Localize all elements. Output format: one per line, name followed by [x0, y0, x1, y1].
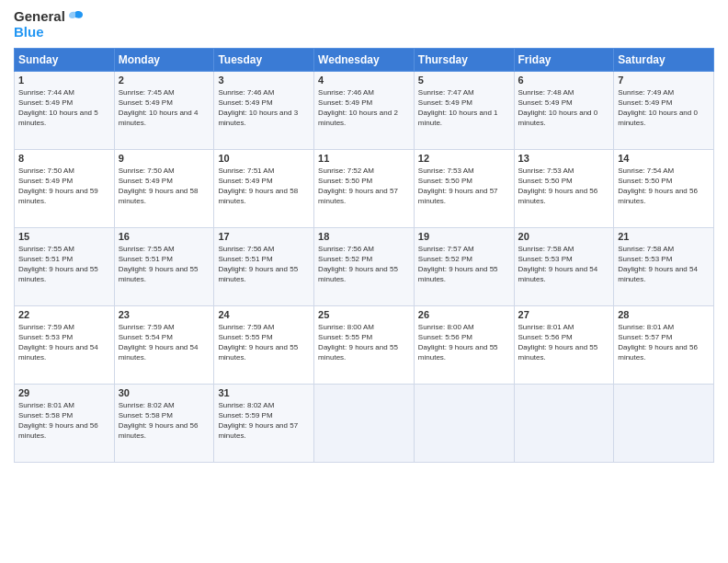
day-info: Sunrise: 7:58 AMSunset: 5:53 PMDaylight:…	[618, 245, 698, 284]
day-number: 18	[318, 231, 410, 242]
day-number: 19	[418, 231, 510, 242]
weekday-header: Friday	[514, 48, 614, 71]
calendar-cell: 5 Sunrise: 7:47 AMSunset: 5:49 PMDayligh…	[414, 71, 514, 149]
calendar-cell: 7 Sunrise: 7:49 AMSunset: 5:49 PMDayligh…	[614, 71, 714, 149]
calendar-cell: 19 Sunrise: 7:57 AMSunset: 5:52 PMDaylig…	[414, 227, 514, 305]
calendar-cell: 24 Sunrise: 7:59 AMSunset: 5:55 PMDaylig…	[214, 305, 314, 384]
day-info: Sunrise: 7:55 AMSunset: 5:51 PMDaylight:…	[18, 245, 98, 284]
weekday-header: Sunday	[15, 48, 115, 71]
day-info: Sunrise: 7:51 AMSunset: 5:49 PMDaylight:…	[218, 167, 298, 206]
calendar-cell: 14 Sunrise: 7:54 AMSunset: 5:50 PMDaylig…	[614, 149, 714, 227]
day-number: 1	[18, 75, 110, 86]
calendar-cell: 10 Sunrise: 7:51 AMSunset: 5:49 PMDaylig…	[214, 149, 314, 227]
calendar-cell: 31 Sunrise: 8:02 AMSunset: 5:59 PMDaylig…	[214, 384, 314, 462]
day-info: Sunrise: 8:00 AMSunset: 5:55 PMDaylight:…	[318, 323, 398, 362]
day-info: Sunrise: 7:49 AMSunset: 5:49 PMDaylight:…	[618, 88, 698, 128]
calendar-cell: 30 Sunrise: 8:02 AMSunset: 5:58 PMDaylig…	[114, 384, 214, 462]
day-number: 15	[18, 231, 110, 242]
day-info: Sunrise: 7:53 AMSunset: 5:50 PMDaylight:…	[418, 167, 498, 206]
day-number: 3	[218, 75, 310, 86]
day-number: 10	[218, 153, 310, 164]
calendar-cell	[514, 384, 614, 462]
day-number: 25	[318, 309, 410, 320]
calendar-cell: 1 Sunrise: 7:44 AMSunset: 5:49 PMDayligh…	[15, 71, 115, 149]
day-info: Sunrise: 7:56 AMSunset: 5:52 PMDaylight:…	[318, 245, 398, 284]
day-number: 27	[518, 309, 610, 320]
day-info: Sunrise: 7:53 AMSunset: 5:50 PMDaylight:…	[518, 167, 598, 206]
calendar-week-row: 8 Sunrise: 7:50 AMSunset: 5:49 PMDayligh…	[15, 149, 714, 227]
logo-bird-icon	[67, 10, 84, 25]
day-number: 8	[18, 153, 110, 164]
day-info: Sunrise: 7:59 AMSunset: 5:53 PMDaylight:…	[18, 323, 98, 362]
calendar-cell: 13 Sunrise: 7:53 AMSunset: 5:50 PMDaylig…	[514, 149, 614, 227]
calendar-week-row: 29 Sunrise: 8:01 AMSunset: 5:58 PMDaylig…	[15, 384, 714, 462]
calendar-week-row: 1 Sunrise: 7:44 AMSunset: 5:49 PMDayligh…	[15, 71, 714, 149]
day-number: 30	[119, 387, 210, 398]
calendar-week-row: 15 Sunrise: 7:55 AMSunset: 5:51 PMDaylig…	[15, 227, 714, 305]
calendar-cell: 21 Sunrise: 7:58 AMSunset: 5:53 PMDaylig…	[614, 227, 714, 305]
day-info: Sunrise: 7:47 AMSunset: 5:49 PMDaylight:…	[418, 88, 498, 128]
calendar-header: SundayMondayTuesdayWednesdayThursdayFrid…	[15, 48, 714, 71]
logo-general: General	[14, 9, 84, 25]
calendar-cell: 17 Sunrise: 7:56 AMSunset: 5:51 PMDaylig…	[214, 227, 314, 305]
calendar-cell: 9 Sunrise: 7:50 AMSunset: 5:49 PMDayligh…	[114, 149, 214, 227]
calendar-cell	[614, 384, 714, 462]
weekday-header: Saturday	[614, 48, 714, 71]
day-info: Sunrise: 7:45 AMSunset: 5:49 PMDaylight:…	[119, 88, 199, 128]
calendar-body: 1 Sunrise: 7:44 AMSunset: 5:49 PMDayligh…	[15, 71, 714, 462]
weekday-row: SundayMondayTuesdayWednesdayThursdayFrid…	[15, 48, 714, 71]
day-number: 5	[418, 75, 510, 86]
calendar-cell: 29 Sunrise: 8:01 AMSunset: 5:58 PMDaylig…	[15, 384, 115, 462]
calendar-week-row: 22 Sunrise: 7:59 AMSunset: 5:53 PMDaylig…	[15, 305, 714, 384]
day-number: 6	[518, 75, 610, 86]
day-info: Sunrise: 7:48 AMSunset: 5:49 PMDaylight:…	[518, 88, 598, 128]
day-info: Sunrise: 7:46 AMSunset: 5:49 PMDaylight:…	[318, 88, 398, 128]
day-number: 12	[418, 153, 510, 164]
day-info: Sunrise: 8:02 AMSunset: 5:58 PMDaylight:…	[119, 401, 199, 441]
day-number: 28	[618, 309, 710, 320]
day-number: 31	[218, 387, 310, 398]
day-number: 23	[119, 309, 210, 320]
calendar-page: General Blue SundayMondayTuesdayWednesda…	[0, 0, 728, 563]
day-number: 24	[218, 309, 310, 320]
calendar-cell: 4 Sunrise: 7:46 AMSunset: 5:49 PMDayligh…	[314, 71, 415, 149]
day-info: Sunrise: 7:50 AMSunset: 5:49 PMDaylight:…	[18, 167, 98, 206]
weekday-header: Tuesday	[214, 48, 314, 71]
calendar-cell: 16 Sunrise: 7:55 AMSunset: 5:51 PMDaylig…	[114, 227, 214, 305]
calendar-cell: 22 Sunrise: 7:59 AMSunset: 5:53 PMDaylig…	[15, 305, 115, 384]
day-info: Sunrise: 7:54 AMSunset: 5:50 PMDaylight:…	[618, 167, 698, 206]
day-info: Sunrise: 8:01 AMSunset: 5:56 PMDaylight:…	[518, 323, 598, 362]
calendar-cell: 23 Sunrise: 7:59 AMSunset: 5:54 PMDaylig…	[114, 305, 214, 384]
day-info: Sunrise: 7:57 AMSunset: 5:52 PMDaylight:…	[418, 245, 498, 284]
day-info: Sunrise: 7:59 AMSunset: 5:55 PMDaylight:…	[218, 323, 298, 362]
calendar-cell: 20 Sunrise: 7:58 AMSunset: 5:53 PMDaylig…	[514, 227, 614, 305]
logo: General Blue	[14, 9, 84, 40]
day-info: Sunrise: 8:00 AMSunset: 5:56 PMDaylight:…	[418, 323, 498, 362]
logo-text: General Blue	[14, 9, 84, 40]
calendar-cell: 3 Sunrise: 7:46 AMSunset: 5:49 PMDayligh…	[214, 71, 314, 149]
day-info: Sunrise: 7:46 AMSunset: 5:49 PMDaylight:…	[218, 88, 298, 128]
day-info: Sunrise: 7:55 AMSunset: 5:51 PMDaylight:…	[119, 245, 199, 284]
weekday-header: Monday	[114, 48, 214, 71]
day-number: 7	[618, 75, 710, 86]
day-number: 16	[119, 231, 210, 242]
day-number: 9	[119, 153, 210, 164]
calendar-table: SundayMondayTuesdayWednesdayThursdayFrid…	[14, 48, 714, 463]
logo-blue: Blue	[14, 25, 84, 40]
day-info: Sunrise: 7:50 AMSunset: 5:49 PMDaylight:…	[119, 167, 199, 206]
day-number: 22	[18, 309, 110, 320]
day-info: Sunrise: 7:56 AMSunset: 5:51 PMDaylight:…	[218, 245, 298, 284]
weekday-header: Thursday	[414, 48, 514, 71]
day-number: 14	[618, 153, 710, 164]
day-info: Sunrise: 8:01 AMSunset: 5:58 PMDaylight:…	[18, 401, 98, 441]
calendar-cell: 18 Sunrise: 7:56 AMSunset: 5:52 PMDaylig…	[314, 227, 415, 305]
day-info: Sunrise: 8:02 AMSunset: 5:59 PMDaylight:…	[218, 401, 298, 441]
header: General Blue	[14, 9, 714, 40]
calendar-cell: 8 Sunrise: 7:50 AMSunset: 5:49 PMDayligh…	[15, 149, 115, 227]
calendar-cell	[414, 384, 514, 462]
day-number: 26	[418, 309, 510, 320]
calendar-cell: 6 Sunrise: 7:48 AMSunset: 5:49 PMDayligh…	[514, 71, 614, 149]
day-number: 20	[518, 231, 610, 242]
day-number: 17	[218, 231, 310, 242]
calendar-cell: 15 Sunrise: 7:55 AMSunset: 5:51 PMDaylig…	[15, 227, 115, 305]
